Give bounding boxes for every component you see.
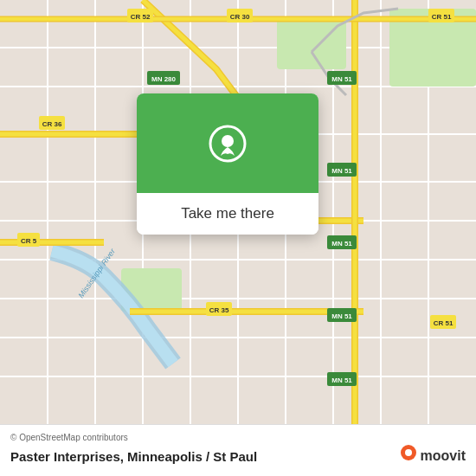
map-view[interactable]: Mississippi River CR 52 CR 30 CR 51 MN 2… [0, 0, 476, 424]
popup-header [137, 93, 318, 193]
location-popup: Take me there [137, 93, 318, 235]
location-info-row: Paster Interprises, Minneapolis / St Pau… [10, 444, 466, 468]
moovit-pin-icon [398, 444, 419, 468]
svg-text:MN 51: MN 51 [331, 75, 352, 83]
svg-text:CR 5: CR 5 [21, 237, 37, 245]
svg-text:CR 30: CR 30 [230, 13, 250, 21]
svg-text:MN 280: MN 280 [151, 75, 177, 83]
moovit-logo: moovit [398, 444, 466, 468]
svg-text:CR 36: CR 36 [42, 120, 62, 128]
take-me-there-label: Take me there [181, 205, 274, 222]
moovit-text: moovit [421, 448, 466, 464]
svg-text:CR 35: CR 35 [209, 306, 229, 314]
svg-rect-19 [277, 17, 346, 69]
svg-text:CR 51: CR 51 [432, 13, 452, 21]
attribution-text: © OpenStreetMap contributors [10, 433, 466, 442]
svg-text:CR 52: CR 52 [131, 13, 151, 21]
svg-text:MN 51: MN 51 [331, 312, 352, 320]
location-name: Paster Interprises, Minneapolis / St Pau… [10, 449, 257, 464]
svg-text:MN 51: MN 51 [331, 376, 352, 384]
bottom-bar: © OpenStreetMap contributors Paster Inte… [0, 424, 476, 476]
svg-text:MN 51: MN 51 [331, 240, 352, 248]
svg-point-66 [222, 135, 234, 147]
svg-point-68 [405, 449, 412, 456]
svg-text:MN 51: MN 51 [331, 167, 352, 175]
location-pin-icon [207, 123, 248, 164]
svg-text:CR 51: CR 51 [434, 319, 453, 327]
